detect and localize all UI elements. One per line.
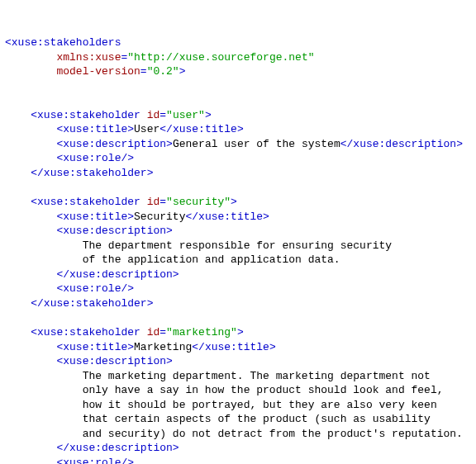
- attr-id: id: [147, 326, 160, 339]
- title-text: Marketing: [134, 341, 192, 353]
- desc-line: and security) do not detract from the pr…: [83, 428, 463, 440]
- title-text: User: [134, 123, 159, 135]
- desc-line: that certain aspects of the product (suc…: [83, 413, 431, 425]
- title-tag: xuse:title: [63, 123, 127, 135]
- title-close-tag: xuse:title: [173, 123, 237, 135]
- title-tag: xuse:title: [63, 211, 127, 223]
- attr-model-version: model-version: [56, 65, 140, 78]
- desc-line: only have a say in how the product shoul…: [83, 384, 444, 396]
- desc-tag: xuse:description: [63, 355, 166, 367]
- attr-xmlns: xmlns:xuse: [56, 51, 121, 64]
- title-close-tag: xuse:title: [198, 211, 263, 223]
- attr-id-val: "marketing": [166, 326, 237, 339]
- role-tag: xuse:role: [63, 457, 121, 464]
- root-open-tag: xuse:stakeholders: [12, 36, 121, 49]
- attr-id-val: "security": [166, 196, 231, 208]
- role-tag: xuse:role: [63, 152, 121, 164]
- stakeholder-user-close: xuse:stakeholder: [44, 167, 147, 179]
- desc-line: of the application and application data.: [83, 253, 340, 266]
- title-text: Security: [134, 211, 185, 223]
- desc-tag: xuse:description: [63, 225, 166, 237]
- desc-close-tag: xuse:description: [69, 268, 173, 281]
- desc-line: The marketing department. The marketing …: [83, 370, 431, 382]
- xml-code-block: <xuse:stakeholders xmlns:xuse="http://xu…: [5, 36, 463, 464]
- stakeholder-security-close: xuse:stakeholder: [44, 297, 147, 310]
- attr-model-version-val: "0.2": [147, 65, 179, 78]
- desc-close-tag: xuse:description: [353, 138, 456, 150]
- attr-id-val: "user": [166, 109, 205, 121]
- attr-id: id: [147, 196, 160, 208]
- desc-tag: xuse:description: [63, 138, 166, 150]
- desc-close-tag: xuse:description: [69, 442, 173, 454]
- attr-id: id: [147, 109, 160, 121]
- title-tag: xuse:title: [63, 341, 127, 353]
- desc-line: how it should be portrayed, but they are…: [83, 399, 437, 411]
- role-tag: xuse:role: [63, 282, 121, 295]
- desc-text: General user of the system: [173, 138, 340, 150]
- title-close-tag: xuse:title: [205, 341, 269, 353]
- stakeholder-security-open: xuse:stakeholder: [37, 196, 140, 208]
- stakeholder-marketing-open: xuse:stakeholder: [37, 326, 140, 339]
- attr-xmlns-val: "http://xuse.sourceforge.net": [127, 51, 314, 64]
- desc-line: The department responsible for ensuring …: [83, 239, 392, 252]
- stakeholder-user-open: xuse:stakeholder: [37, 109, 140, 121]
